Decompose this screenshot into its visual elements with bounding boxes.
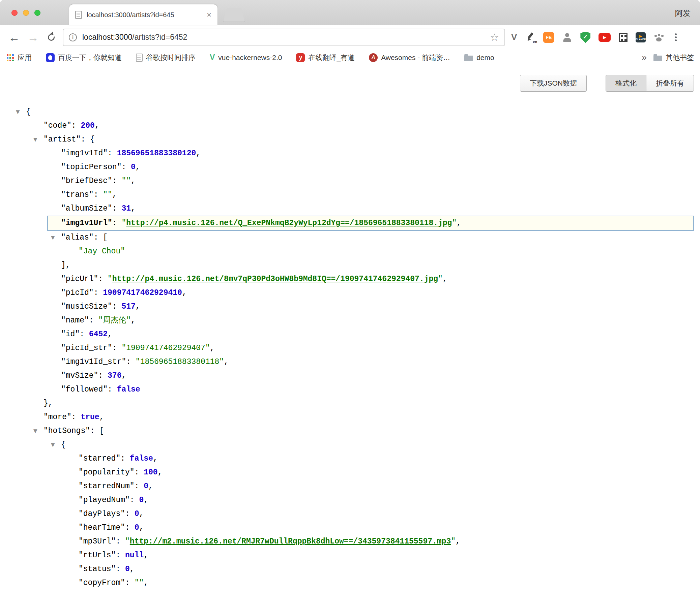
zoom-window-button[interactable]: [34, 10, 40, 16]
expander-icon[interactable]: ▼: [16, 105, 20, 119]
person-icon[interactable]: [562, 32, 572, 42]
profile-name[interactable]: 阿发: [675, 8, 691, 19]
json-colon: :: [126, 357, 136, 366]
json-key: "artist": [43, 135, 81, 144]
json-quote: ": [438, 275, 443, 283]
json-string-value: "19097417462929407": [121, 344, 210, 352]
json-line: "musicSize": 517,: [0, 300, 700, 314]
json-line: "img1v1Url": "http://p4.music.126.net/Q_…: [47, 216, 694, 231]
overflow-chevron-icon[interactable]: »: [642, 52, 647, 63]
json-line: ▼"artist": {: [0, 133, 700, 147]
json-colon: :: [94, 288, 103, 297]
expander-icon[interactable]: ▼: [51, 231, 55, 245]
expander-icon[interactable]: ▼: [33, 424, 37, 438]
json-colon: :: [135, 468, 144, 477]
json-colon: :: [116, 565, 125, 573]
format-button[interactable]: 格式化: [606, 75, 646, 92]
json-key: "img1v1Id": [61, 149, 108, 158]
json-punctuation: ],: [61, 261, 70, 270]
bookmark-label: 百度一下，你就知道: [58, 53, 122, 62]
json-key: "playedNum": [79, 496, 130, 504]
url-host: localhost:3000: [82, 33, 132, 41]
address-bar[interactable]: i localhost:3000/artists?id=6452 ☆: [63, 29, 505, 46]
close-window-button[interactable]: [11, 10, 18, 16]
extensions-area: VenFE✓▶▶PLAYER: [511, 32, 664, 43]
json-line: ▼"alias": [: [0, 231, 700, 245]
json-key: "alias": [61, 233, 94, 242]
reload-button[interactable]: [48, 34, 55, 41]
json-comma: ,: [457, 219, 461, 227]
fe-icon-glyph: FE: [546, 35, 552, 40]
json-colon: :: [89, 316, 98, 325]
json-line: "status": 0,: [0, 562, 700, 576]
json-comma: ,: [131, 204, 136, 213]
json-num-value: 18569651883380120: [117, 149, 196, 158]
json-link-value[interactable]: http://p4.music.126.net/8mv7qP30Pd3oHW8b…: [112, 275, 438, 283]
json-line: "hearTime": 0,: [0, 521, 700, 535]
youdao-icon: y: [296, 53, 305, 62]
json-colon: :: [120, 454, 130, 463]
json-comma: ,: [108, 330, 112, 339]
json-colon: :: [71, 413, 81, 422]
menu-icon[interactable]: [671, 32, 681, 42]
json-num-value: 517: [121, 302, 135, 311]
json-bool-value: true: [81, 413, 99, 422]
bookmark-item[interactable]: 谷歌按时间排序: [136, 53, 196, 62]
json-key: "albumSize": [61, 204, 112, 213]
json-comma: ,: [153, 454, 158, 463]
json-link-value[interactable]: http://m2.music.126.net/RMJR7wDullRqppBk…: [130, 537, 451, 546]
bookmark-item[interactable]: AAwesomes - 前端资…: [369, 53, 450, 62]
json-line: "dayPlays": 0,: [0, 507, 700, 521]
json-line: "playedNum": 0,: [0, 493, 700, 507]
collapse-all-button[interactable]: 折叠所有: [646, 75, 694, 92]
json-colon: :: [112, 344, 122, 352]
translate-pen-icon-badge: en: [533, 40, 537, 44]
json-num-value: 0: [135, 509, 139, 518]
qr-code-icon[interactable]: [619, 33, 628, 42]
json-key: "picId": [61, 288, 94, 297]
bookmark-item[interactable]: 应用: [6, 53, 32, 62]
expander-icon[interactable]: ▼: [51, 438, 55, 452]
json-link-value[interactable]: http://p4.music.126.net/Q_ExePNkmqB2yWyL…: [126, 219, 452, 227]
bookmark-item[interactable]: demo: [464, 54, 494, 62]
bookmark-item[interactable]: y在线翻译_有道: [296, 53, 355, 62]
json-quote: ": [452, 219, 457, 227]
bookmark-item[interactable]: Vvue-hackernews-2.0: [210, 53, 282, 62]
expander-icon[interactable]: ▼: [33, 133, 37, 147]
page-content: 下载JSON数据 格式化 折叠所有 ▼{"code": 200,▼"artist…: [0, 66, 700, 590]
json-line: "followed": false: [0, 383, 700, 397]
json-line: "trans": "",: [0, 188, 700, 202]
browser-window: localhost:3000/artists?id=645 × 阿发 ← → i…: [0, 0, 700, 591]
active-tab[interactable]: localhost:3000/artists?id=645 ×: [69, 4, 217, 25]
fe-icon[interactable]: FE: [543, 32, 554, 43]
download-json-button[interactable]: 下载JSON数据: [520, 75, 587, 92]
json-string-value: "18569651883380118": [136, 357, 224, 366]
shield-check-icon[interactable]: ✓: [580, 32, 590, 43]
json-comma: ,: [131, 316, 136, 325]
apps-grid-icon: [6, 54, 14, 62]
youtube-icon[interactable]: ▶: [599, 33, 611, 42]
player-icon[interactable]: ▶PLAYER: [636, 32, 646, 42]
json-colon: :: [135, 482, 144, 491]
info-icon[interactable]: i: [69, 33, 77, 41]
json-comma: ,: [144, 496, 148, 504]
bookmark-star-icon[interactable]: ☆: [490, 31, 499, 43]
json-comma: ,: [139, 509, 144, 518]
json-num-value: 200: [81, 121, 94, 130]
other-bookmarks-folder[interactable]: 其他书签: [653, 53, 694, 62]
json-line: "Jay Chou": [0, 245, 700, 258]
json-colon: :: [112, 177, 122, 185]
paw-icon[interactable]: [654, 32, 664, 42]
json-punctuation: {: [26, 107, 31, 116]
tab-close-icon[interactable]: ×: [207, 11, 211, 19]
browser-toolbar: ← → i localhost:3000/artists?id=6452 ☆ V…: [0, 25, 700, 49]
minimize-window-button[interactable]: [23, 10, 29, 16]
bookmark-label: vue-hackernews-2.0: [218, 54, 282, 62]
bookmark-item[interactable]: 百度一下，你就知道: [46, 53, 122, 62]
back-button[interactable]: ←: [8, 32, 20, 43]
v-icon[interactable]: V: [511, 32, 517, 42]
new-tab-button[interactable]: [223, 8, 245, 22]
json-num-value: 0: [135, 523, 139, 532]
translate-pen-icon[interactable]: en: [525, 32, 535, 42]
json-quote: ": [108, 275, 112, 283]
